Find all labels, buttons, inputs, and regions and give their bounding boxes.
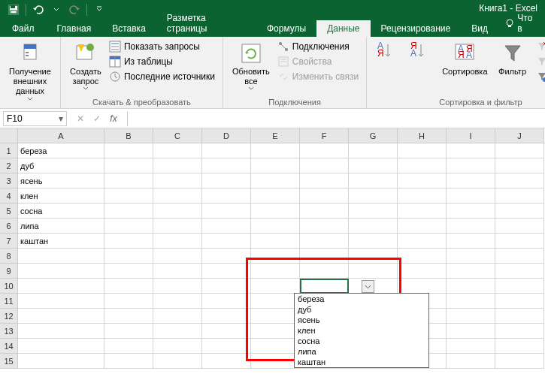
col-header-e[interactable]: E xyxy=(251,128,300,143)
dropdown-option[interactable]: дуб xyxy=(295,304,428,315)
cell[interactable] xyxy=(153,188,202,204)
cell[interactable] xyxy=(447,279,495,294)
cell[interactable] xyxy=(447,219,495,234)
recent-sources-button[interactable]: Последние источники xyxy=(107,70,216,83)
cell[interactable] xyxy=(300,249,349,264)
cell[interactable] xyxy=(104,339,153,354)
cell[interactable]: клен xyxy=(18,188,104,204)
cell[interactable] xyxy=(251,339,300,354)
cell[interactable] xyxy=(18,324,104,339)
cell[interactable] xyxy=(202,279,251,294)
cell[interactable] xyxy=(202,219,251,234)
cell[interactable] xyxy=(202,249,251,264)
cell[interactable] xyxy=(18,264,104,279)
row-header[interactable]: 11 xyxy=(0,294,18,309)
sort-asc-button[interactable]: АЯ xyxy=(373,40,403,68)
cell[interactable] xyxy=(398,188,447,204)
cell[interactable] xyxy=(447,294,495,309)
cell[interactable] xyxy=(104,279,153,294)
new-query-button[interactable]: Создать запрос xyxy=(67,40,104,92)
cell[interactable] xyxy=(398,158,447,173)
dropdown-option[interactable]: каштан xyxy=(295,357,428,367)
insert-function-button[interactable]: fx xyxy=(106,111,121,126)
cell[interactable] xyxy=(251,354,300,369)
cell[interactable] xyxy=(447,324,495,339)
cell[interactable] xyxy=(398,234,447,249)
cell[interactable] xyxy=(202,339,251,354)
tab-insert[interactable]: Вставка xyxy=(101,20,156,37)
name-box[interactable]: F10▾ xyxy=(3,111,67,126)
cell[interactable] xyxy=(202,324,251,339)
cell[interactable] xyxy=(104,264,153,279)
cell[interactable] xyxy=(104,324,153,339)
cell[interactable] xyxy=(251,143,300,158)
tab-formulas[interactable]: Формулы xyxy=(256,20,316,37)
cell[interactable] xyxy=(300,264,349,279)
cell[interactable] xyxy=(495,234,544,249)
cell[interactable] xyxy=(398,204,447,219)
chevron-down-icon[interactable]: ▾ xyxy=(59,113,63,124)
cell[interactable]: береза xyxy=(18,143,104,158)
get-external-data-button[interactable]: Получение внешних данных xyxy=(6,40,54,102)
cell[interactable] xyxy=(398,264,447,279)
col-header-a[interactable]: A xyxy=(18,128,104,143)
sort-button[interactable]: АЯЯА Сортировка xyxy=(439,40,490,78)
cell[interactable] xyxy=(447,158,495,173)
cell[interactable] xyxy=(398,249,447,264)
filter-button[interactable]: Фильтр xyxy=(494,40,531,78)
connections-button[interactable]: Подключения xyxy=(276,40,360,53)
dropdown-option[interactable]: сосна xyxy=(295,336,428,346)
row-header[interactable]: 3 xyxy=(0,173,18,188)
cell[interactable] xyxy=(495,324,544,339)
refresh-all-button[interactable]: Обновить все xyxy=(229,40,273,92)
cell[interactable] xyxy=(398,219,447,234)
row-header[interactable]: 9 xyxy=(0,264,18,279)
cell[interactable] xyxy=(153,158,202,173)
row-header[interactable]: 4 xyxy=(0,188,18,204)
dropdown-option[interactable]: береза xyxy=(295,294,428,304)
cell[interactable] xyxy=(251,188,300,204)
cell[interactable] xyxy=(349,234,398,249)
cell[interactable] xyxy=(104,173,153,188)
redo-icon[interactable] xyxy=(67,2,82,17)
tab-file[interactable]: Файл xyxy=(0,20,47,37)
cell[interactable] xyxy=(349,264,398,279)
cell[interactable] xyxy=(349,188,398,204)
cell[interactable] xyxy=(202,264,251,279)
formula-input[interactable] xyxy=(127,111,545,126)
col-header-c[interactable]: C xyxy=(153,128,202,143)
cell[interactable] xyxy=(18,294,104,309)
cell[interactable] xyxy=(202,143,251,158)
cell[interactable] xyxy=(349,249,398,264)
cell[interactable] xyxy=(300,234,349,249)
row-header[interactable]: 14 xyxy=(0,339,18,354)
row-header[interactable]: 1 xyxy=(0,143,18,158)
cell[interactable] xyxy=(495,294,544,309)
cell[interactable] xyxy=(251,219,300,234)
cell[interactable] xyxy=(104,354,153,369)
cell[interactable] xyxy=(153,294,202,309)
tab-review[interactable]: Рецензирование xyxy=(371,20,462,37)
col-header-j[interactable]: J xyxy=(495,128,544,143)
cell[interactable] xyxy=(300,279,349,294)
cell[interactable] xyxy=(202,188,251,204)
tell-me-search[interactable]: Что в xyxy=(498,10,545,37)
cell[interactable] xyxy=(18,249,104,264)
col-header-h[interactable]: H xyxy=(398,128,447,143)
dropdown-option[interactable]: клен xyxy=(295,325,428,336)
cell[interactable]: дуб xyxy=(18,158,104,173)
cell[interactable] xyxy=(251,173,300,188)
cell[interactable] xyxy=(104,309,153,324)
cell[interactable] xyxy=(447,188,495,204)
cell[interactable] xyxy=(495,219,544,234)
cell[interactable] xyxy=(495,309,544,324)
row-header[interactable]: 7 xyxy=(0,234,18,249)
cell[interactable] xyxy=(202,234,251,249)
dropdown-option[interactable]: ясень xyxy=(295,315,428,325)
cell[interactable] xyxy=(300,158,349,173)
cell[interactable] xyxy=(153,279,202,294)
cell[interactable] xyxy=(251,204,300,219)
cell[interactable] xyxy=(251,294,300,309)
cell[interactable] xyxy=(104,188,153,204)
cell[interactable] xyxy=(104,294,153,309)
